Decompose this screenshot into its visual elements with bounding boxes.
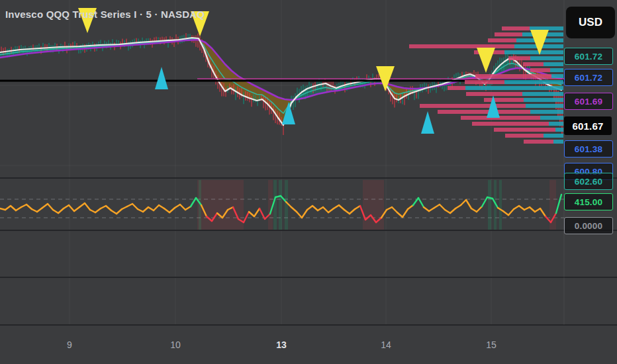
session-band-green xyxy=(285,180,288,231)
time-axis-label: 14 xyxy=(381,340,391,350)
session-band-green xyxy=(273,180,277,231)
volume-profile-buy-bar xyxy=(540,116,563,120)
chart-canvas[interactable] xyxy=(0,0,617,364)
volume-profile-buy-bar xyxy=(530,110,563,114)
price-axis-label: 601.69 xyxy=(564,93,613,110)
volume-profile-buy-bar xyxy=(544,134,563,138)
volume-profile-sell-bar xyxy=(508,56,530,60)
time-axis-label: 15 xyxy=(486,340,497,350)
session-band-red xyxy=(549,180,556,231)
volume-profile-buy-bar xyxy=(549,122,563,126)
session-band-green xyxy=(279,180,282,231)
price-axis-label: 602.60 xyxy=(564,173,613,190)
session-band-red xyxy=(363,180,384,231)
volume-profile-sell-bar xyxy=(495,32,522,36)
volume-profile-buy-bar xyxy=(522,92,563,96)
volume-profile-sell-bar xyxy=(484,98,524,102)
volume-profile-buy-bar xyxy=(526,104,563,108)
volume-profile-buy-bar xyxy=(555,128,563,132)
sell-signal-marker[interactable] xyxy=(477,48,495,73)
volume-profile-buy-bar xyxy=(465,86,563,90)
volume-profile-buy-bar xyxy=(530,56,563,60)
buy-signal-marker[interactable] xyxy=(155,67,168,89)
price-axis-label: 601.72 xyxy=(564,69,613,86)
time-axis-label: 13 xyxy=(276,340,287,350)
buy-signal-marker[interactable] xyxy=(421,111,434,134)
volume-profile-sell-bar xyxy=(524,140,553,144)
volume-profile-sell-bar xyxy=(488,38,516,42)
volume-profile-buy-bar xyxy=(553,140,563,144)
volume-profile-sell-bar xyxy=(466,92,522,96)
volume-profile-sell-bar xyxy=(420,104,526,108)
volume-profile-sell-bar xyxy=(475,74,551,78)
volume-profile-buy-bar xyxy=(504,80,563,84)
trading-chart-app: Invesco QQQ Trust Series I · 5 · NASDAQ … xyxy=(0,0,617,364)
volume-profile-sell-bar xyxy=(438,110,530,114)
price-axis-label: 0.0000 xyxy=(564,217,613,234)
volume-profile-buy-bar xyxy=(550,68,563,72)
volume-profile-sell-bar xyxy=(472,122,549,126)
volume-profile-sell-bar xyxy=(505,134,544,138)
volume-profile-sell-bar xyxy=(461,116,540,120)
price-axis-label: 601.67 xyxy=(564,116,612,135)
volume-profile-sell-bar xyxy=(523,62,544,66)
time-axis-label: 10 xyxy=(170,340,181,350)
volume-profile-sell-bar xyxy=(494,128,555,132)
volume-profile-sell-bar xyxy=(530,68,550,72)
volume-profile-sell-bar xyxy=(409,44,514,48)
price-axis-label: 415.00 xyxy=(564,193,613,210)
volume-profile-sell-bar xyxy=(465,80,504,84)
price-axis-label: 601.72 xyxy=(564,48,613,65)
session-band-green xyxy=(488,180,491,231)
price-axis-label: 601.38 xyxy=(564,140,613,158)
session-band-green xyxy=(499,180,502,231)
volume-profile-sell-bar xyxy=(502,26,530,30)
volume-profile-sell-bar xyxy=(448,86,465,90)
volume-profile-buy-bar xyxy=(544,62,563,66)
volume-profile-buy-bar xyxy=(551,74,563,78)
time-axis[interactable] xyxy=(0,326,617,364)
volume-profile-buy-bar xyxy=(504,50,563,54)
currency-button[interactable]: USD xyxy=(566,7,615,38)
symbol-title[interactable]: Invesco QQQ Trust Series I · 5 · NASDAQ xyxy=(5,9,205,20)
session-band-red xyxy=(197,180,244,231)
volume-profile-buy-bar xyxy=(524,98,563,102)
time-axis-label: 9 xyxy=(67,340,72,350)
